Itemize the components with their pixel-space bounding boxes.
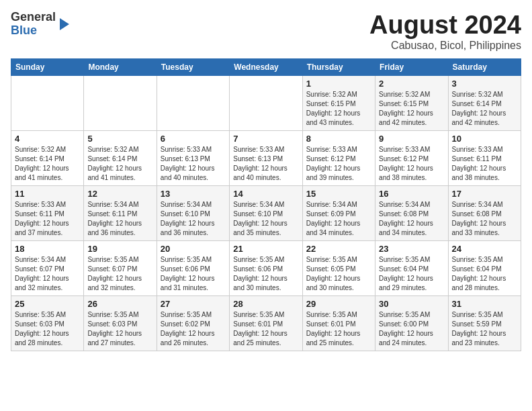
calendar-cell: 8Sunrise: 5:33 AMSunset: 6:12 PMDaylight…: [302, 131, 375, 186]
cell-info: Sunrise: 5:35 AMSunset: 6:06 PMDaylight:…: [161, 255, 226, 293]
column-header-wednesday: Wednesday: [230, 59, 302, 76]
calendar-week-3: 11Sunrise: 5:33 AMSunset: 6:11 PMDayligh…: [11, 186, 521, 241]
cell-day-number: 19: [87, 244, 152, 254]
calendar-cell: 14Sunrise: 5:34 AMSunset: 6:10 PMDayligh…: [230, 186, 302, 241]
calendar-cell: 16Sunrise: 5:34 AMSunset: 6:08 PMDayligh…: [375, 186, 448, 241]
logo-arrow-icon: [60, 18, 69, 30]
calendar-cell: [230, 76, 302, 131]
calendar-cell: 1Sunrise: 5:32 AMSunset: 6:15 PMDaylight…: [302, 76, 375, 131]
cell-info: Sunrise: 5:33 AMSunset: 6:11 PMDaylight:…: [15, 200, 80, 238]
cell-day-number: 3: [452, 79, 517, 89]
cell-info: Sunrise: 5:35 AMSunset: 5:59 PMDaylight:…: [452, 310, 517, 348]
calendar-cell: 10Sunrise: 5:33 AMSunset: 6:11 PMDayligh…: [448, 131, 521, 186]
cell-info: Sunrise: 5:32 AMSunset: 6:15 PMDaylight:…: [379, 90, 444, 128]
calendar-cell: [157, 76, 229, 131]
cell-day-number: 12: [87, 189, 152, 199]
cell-info: Sunrise: 5:33 AMSunset: 6:11 PMDaylight:…: [452, 145, 517, 183]
cell-info: Sunrise: 5:34 AMSunset: 6:08 PMDaylight:…: [452, 200, 517, 238]
cell-day-number: 13: [161, 189, 226, 199]
cell-day-number: 21: [233, 244, 298, 254]
calendar-cell: [11, 76, 84, 131]
cell-day-number: 22: [306, 244, 371, 254]
calendar-cell: 19Sunrise: 5:35 AMSunset: 6:07 PMDayligh…: [84, 241, 157, 296]
cell-info: Sunrise: 5:35 AMSunset: 6:00 PMDaylight:…: [379, 310, 444, 348]
column-header-friday: Friday: [375, 59, 448, 76]
calendar-cell: 2Sunrise: 5:32 AMSunset: 6:15 PMDaylight…: [375, 76, 448, 131]
calendar-cell: 30Sunrise: 5:35 AMSunset: 6:00 PMDayligh…: [375, 296, 448, 351]
cell-day-number: 14: [233, 189, 298, 199]
calendar-cell: 21Sunrise: 5:35 AMSunset: 6:06 PMDayligh…: [230, 241, 302, 296]
cell-day-number: 15: [306, 189, 371, 199]
column-header-tuesday: Tuesday: [157, 59, 229, 76]
calendar-cell: 31Sunrise: 5:35 AMSunset: 5:59 PMDayligh…: [448, 296, 521, 351]
cell-day-number: 27: [161, 299, 226, 309]
cell-info: Sunrise: 5:35 AMSunset: 6:01 PMDaylight:…: [233, 310, 298, 348]
cell-day-number: 16: [379, 189, 444, 199]
calendar-cell: 25Sunrise: 5:35 AMSunset: 6:03 PMDayligh…: [11, 296, 84, 351]
column-header-saturday: Saturday: [448, 59, 521, 76]
cell-info: Sunrise: 5:35 AMSunset: 6:07 PMDaylight:…: [87, 255, 152, 293]
page-subtitle: Cabusao, Bicol, Philippines: [369, 40, 521, 52]
column-header-monday: Monday: [84, 59, 157, 76]
calendar-cell: 11Sunrise: 5:33 AMSunset: 6:11 PMDayligh…: [11, 186, 84, 241]
cell-info: Sunrise: 5:33 AMSunset: 6:12 PMDaylight:…: [379, 145, 444, 183]
calendar-cell: 18Sunrise: 5:34 AMSunset: 6:07 PMDayligh…: [11, 241, 84, 296]
cell-info: Sunrise: 5:35 AMSunset: 6:03 PMDaylight:…: [87, 310, 152, 348]
cell-info: Sunrise: 5:34 AMSunset: 6:11 PMDaylight:…: [87, 200, 152, 238]
calendar-cell: 9Sunrise: 5:33 AMSunset: 6:12 PMDaylight…: [375, 131, 448, 186]
calendar-cell: 27Sunrise: 5:35 AMSunset: 6:02 PMDayligh…: [157, 296, 229, 351]
cell-day-number: 23: [379, 244, 444, 254]
calendar-week-2: 4Sunrise: 5:32 AMSunset: 6:14 PMDaylight…: [11, 131, 521, 186]
cell-info: Sunrise: 5:32 AMSunset: 6:14 PMDaylight:…: [87, 145, 152, 183]
cell-info: Sunrise: 5:33 AMSunset: 6:12 PMDaylight:…: [306, 145, 371, 183]
cell-day-number: 1: [306, 79, 371, 89]
calendar-week-5: 25Sunrise: 5:35 AMSunset: 6:03 PMDayligh…: [11, 296, 521, 351]
cell-day-number: 20: [161, 244, 226, 254]
cell-info: Sunrise: 5:34 AMSunset: 6:09 PMDaylight:…: [306, 200, 371, 238]
calendar-cell: 20Sunrise: 5:35 AMSunset: 6:06 PMDayligh…: [157, 241, 229, 296]
calendar-cell: 15Sunrise: 5:34 AMSunset: 6:09 PMDayligh…: [302, 186, 375, 241]
cell-info: Sunrise: 5:32 AMSunset: 6:15 PMDaylight:…: [306, 90, 371, 128]
cell-info: Sunrise: 5:34 AMSunset: 6:10 PMDaylight:…: [161, 200, 226, 238]
calendar-header: SundayMondayTuesdayWednesdayThursdayFrid…: [11, 59, 521, 76]
cell-day-number: 7: [233, 134, 298, 144]
cell-day-number: 17: [452, 189, 517, 199]
cell-info: Sunrise: 5:35 AMSunset: 6:02 PMDaylight:…: [161, 310, 226, 348]
cell-day-number: 2: [379, 79, 444, 89]
cell-day-number: 24: [452, 244, 517, 254]
calendar-cell: 23Sunrise: 5:35 AMSunset: 6:04 PMDayligh…: [375, 241, 448, 296]
calendar-cell: 12Sunrise: 5:34 AMSunset: 6:11 PMDayligh…: [84, 186, 157, 241]
calendar-table: SundayMondayTuesdayWednesdayThursdayFrid…: [11, 58, 521, 351]
calendar-body: 1Sunrise: 5:32 AMSunset: 6:15 PMDaylight…: [11, 76, 521, 351]
calendar-cell: 5Sunrise: 5:32 AMSunset: 6:14 PMDaylight…: [84, 131, 157, 186]
calendar-cell: 4Sunrise: 5:32 AMSunset: 6:14 PMDaylight…: [11, 131, 84, 186]
calendar-cell: [84, 76, 157, 131]
logo-blue: Blue: [11, 24, 37, 37]
title-block: August 2024 Cabusao, Bicol, Philippines: [369, 11, 521, 52]
cell-day-number: 30: [379, 299, 444, 309]
cell-day-number: 9: [379, 134, 444, 144]
calendar-week-4: 18Sunrise: 5:34 AMSunset: 6:07 PMDayligh…: [11, 241, 521, 296]
calendar-cell: 24Sunrise: 5:35 AMSunset: 6:04 PMDayligh…: [448, 241, 521, 296]
cell-info: Sunrise: 5:35 AMSunset: 6:05 PMDaylight:…: [306, 255, 371, 293]
logo: General Blue: [11, 11, 69, 38]
cell-day-number: 4: [15, 134, 80, 144]
calendar-cell: 13Sunrise: 5:34 AMSunset: 6:10 PMDayligh…: [157, 186, 229, 241]
cell-day-number: 10: [452, 134, 517, 144]
calendar-cell: 7Sunrise: 5:33 AMSunset: 6:13 PMDaylight…: [230, 131, 302, 186]
page-header: General Blue August 2024 Cabusao, Bicol,…: [11, 11, 521, 52]
calendar-week-1: 1Sunrise: 5:32 AMSunset: 6:15 PMDaylight…: [11, 76, 521, 131]
calendar-cell: 17Sunrise: 5:34 AMSunset: 6:08 PMDayligh…: [448, 186, 521, 241]
logo-general: General: [11, 10, 56, 24]
cell-day-number: 28: [233, 299, 298, 309]
calendar-cell: 22Sunrise: 5:35 AMSunset: 6:05 PMDayligh…: [302, 241, 375, 296]
cell-info: Sunrise: 5:34 AMSunset: 6:10 PMDaylight:…: [233, 200, 298, 238]
cell-info: Sunrise: 5:35 AMSunset: 6:04 PMDaylight:…: [452, 255, 517, 293]
column-header-sunday: Sunday: [11, 59, 84, 76]
cell-info: Sunrise: 5:32 AMSunset: 6:14 PMDaylight:…: [15, 145, 80, 183]
calendar-cell: 29Sunrise: 5:35 AMSunset: 6:01 PMDayligh…: [302, 296, 375, 351]
cell-info: Sunrise: 5:33 AMSunset: 6:13 PMDaylight:…: [161, 145, 226, 183]
cell-info: Sunrise: 5:34 AMSunset: 6:07 PMDaylight:…: [15, 255, 80, 293]
cell-day-number: 5: [87, 134, 152, 144]
cell-day-number: 26: [87, 299, 152, 309]
